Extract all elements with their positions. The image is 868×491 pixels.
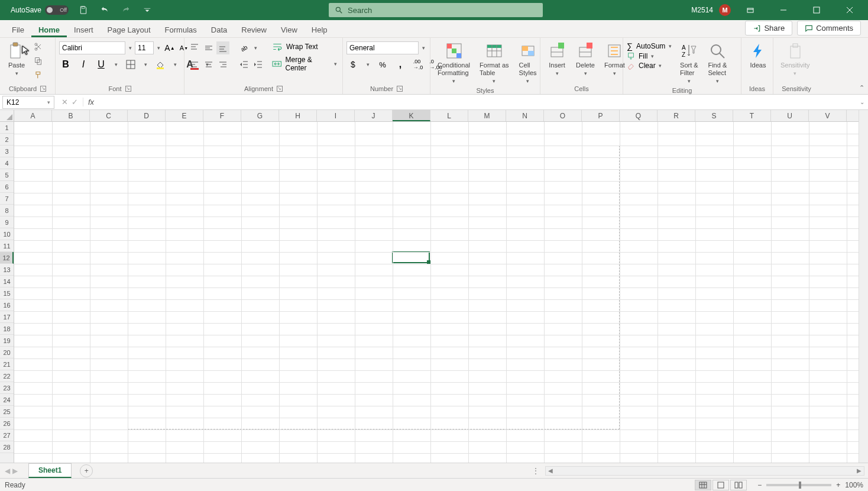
- row-header[interactable]: 22: [0, 370, 14, 382]
- increase-decimal-icon[interactable]: .00→.0: [412, 58, 425, 71]
- cells-area[interactable]: [14, 122, 859, 463]
- maximize-button[interactable]: [803, 0, 830, 20]
- undo-icon[interactable]: [98, 4, 111, 17]
- paste-button[interactable]: Paste ▾: [4, 40, 30, 78]
- orientation-icon[interactable]: ab: [238, 41, 251, 54]
- column-header[interactable]: J: [355, 110, 393, 121]
- zoom-level[interactable]: 100%: [845, 481, 863, 489]
- format-as-table-button[interactable]: Format as Table▾: [476, 40, 513, 86]
- column-header[interactable]: K: [393, 110, 430, 121]
- column-header[interactable]: N: [506, 110, 544, 121]
- name-box[interactable]: K12▾: [2, 96, 54, 109]
- page-break-view-button[interactable]: [730, 480, 747, 490]
- normal-view-button[interactable]: [695, 480, 711, 490]
- chevron-down-icon[interactable]: ▾: [155, 45, 162, 51]
- row-header[interactable]: 26: [0, 418, 14, 429]
- tab-insert[interactable]: Insert: [67, 22, 101, 37]
- enter-formula-icon[interactable]: ✓: [72, 98, 78, 106]
- chevron-down-icon[interactable]: ▾: [666, 43, 673, 49]
- row-header[interactable]: 27: [0, 429, 14, 441]
- chevron-down-icon[interactable]: ▾: [524, 78, 532, 85]
- column-header[interactable]: E: [166, 110, 203, 121]
- column-header[interactable]: V: [809, 110, 847, 121]
- minimize-button[interactable]: [770, 0, 797, 20]
- chevron-down-icon[interactable]: ▾: [142, 62, 149, 67]
- clear-button[interactable]: Clear▾: [627, 62, 673, 70]
- chevron-down-icon[interactable]: ▾: [13, 70, 20, 77]
- insert-cells-button[interactable]: Insert▾: [544, 40, 570, 78]
- font-name-combo[interactable]: [59, 41, 125, 54]
- underline-button[interactable]: U: [95, 58, 108, 71]
- fx-icon[interactable]: fx: [83, 98, 99, 106]
- column-header[interactable]: U: [771, 110, 809, 121]
- tab-data[interactable]: Data: [204, 22, 234, 37]
- fill-color-icon[interactable]: [154, 58, 167, 71]
- dialog-launcher-icon[interactable]: ↘: [125, 86, 131, 92]
- row-header[interactable]: 24: [0, 394, 14, 406]
- cut-icon[interactable]: [32, 40, 45, 53]
- column-header[interactable]: T: [733, 110, 771, 121]
- row-header[interactable]: 5: [0, 169, 14, 181]
- column-header[interactable]: S: [695, 110, 733, 121]
- add-sheet-button[interactable]: +: [80, 464, 93, 477]
- vertical-scrollbar[interactable]: [859, 110, 868, 463]
- column-header[interactable]: B: [52, 110, 90, 121]
- tab-split-handle[interactable]: ⋮: [532, 467, 540, 475]
- user-avatar[interactable]: M: [719, 4, 731, 16]
- row-header[interactable]: 13: [0, 264, 14, 276]
- sheet-nav-prev-icon[interactable]: ◀: [5, 467, 10, 475]
- comma-icon[interactable]: ,: [394, 58, 407, 71]
- number-format-combo[interactable]: [346, 41, 419, 54]
- chevron-down-icon[interactable]: ▾: [685, 78, 692, 85]
- selected-cell[interactable]: [392, 251, 430, 263]
- column-header[interactable]: M: [468, 110, 506, 121]
- row-header[interactable]: 3: [0, 146, 14, 157]
- chevron-down-icon[interactable]: ▾: [332, 61, 339, 67]
- italic-button[interactable]: I: [77, 58, 90, 71]
- tab-home[interactable]: Home: [31, 22, 67, 37]
- chevron-down-icon[interactable]: ▾: [252, 45, 259, 51]
- chevron-down-icon[interactable]: ▾: [491, 78, 498, 85]
- column-header[interactable]: G: [241, 110, 279, 121]
- qat-customize-icon[interactable]: [141, 4, 154, 17]
- cell-styles-button[interactable]: Cell Styles▾: [515, 40, 541, 86]
- formula-input[interactable]: [99, 96, 856, 109]
- share-button[interactable]: Share: [745, 21, 792, 35]
- redo-icon[interactable]: [119, 4, 132, 17]
- increase-font-icon[interactable]: A▲: [163, 41, 176, 54]
- chevron-down-icon[interactable]: ▾: [47, 99, 50, 105]
- column-headers[interactable]: ABCDEFGHIJKLMNOPQRSTUV: [14, 110, 859, 122]
- align-bottom-icon[interactable]: [216, 41, 229, 54]
- percent-icon[interactable]: %: [376, 58, 389, 71]
- align-left-icon[interactable]: [188, 58, 201, 71]
- select-all-corner[interactable]: [0, 110, 14, 122]
- row-headers[interactable]: 1234567891011121314151617181920212223242…: [0, 122, 14, 463]
- font-size-combo[interactable]: [135, 41, 154, 54]
- comments-button[interactable]: Comments: [797, 21, 861, 35]
- chevron-down-icon[interactable]: ▾: [171, 62, 179, 67]
- cancel-formula-icon[interactable]: ✕: [61, 98, 68, 106]
- column-header[interactable]: P: [582, 110, 620, 121]
- tab-page-layout[interactable]: Page Layout: [101, 22, 158, 37]
- row-header[interactable]: 23: [0, 382, 14, 394]
- row-header[interactable]: 15: [0, 288, 14, 299]
- align-middle-icon[interactable]: [202, 41, 215, 54]
- row-header[interactable]: 1: [0, 122, 14, 134]
- row-header[interactable]: 19: [0, 335, 14, 347]
- row-header[interactable]: 10: [0, 228, 14, 240]
- zoom-out-button[interactable]: −: [757, 481, 762, 489]
- align-right-icon[interactable]: [216, 58, 229, 71]
- row-header[interactable]: 11: [0, 240, 14, 252]
- bold-button[interactable]: B: [59, 58, 72, 71]
- collapse-ribbon-icon[interactable]: ⌃: [859, 84, 864, 92]
- tab-help[interactable]: Help: [305, 22, 335, 37]
- ideas-button[interactable]: Ideas: [745, 40, 771, 70]
- format-painter-icon[interactable]: [32, 69, 45, 82]
- scroll-left-icon[interactable]: ◀: [546, 467, 555, 474]
- increase-indent-icon[interactable]: [252, 58, 265, 71]
- dialog-launcher-icon[interactable]: ↘: [40, 86, 46, 92]
- chevron-down-icon[interactable]: ▾: [451, 78, 458, 85]
- tab-view[interactable]: View: [274, 22, 305, 37]
- conditional-formatting-button[interactable]: Conditional Formatting▾: [434, 40, 474, 86]
- horizontal-scrollbar[interactable]: ◀ ▶: [545, 466, 864, 476]
